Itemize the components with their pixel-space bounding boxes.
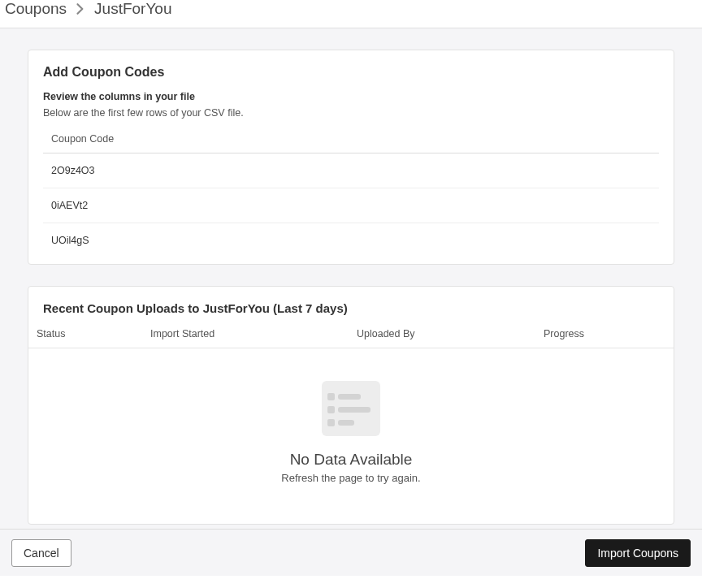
recent-uploads-card: Recent Coupon Uploads to JustForYou (Las… [28,286,674,525]
uploads-table-header: Status Import Started Uploaded By Progre… [28,328,674,348]
col-status: Status [37,328,150,339]
table-row: UOil4gS [43,223,659,264]
empty-state-description: Refresh the page to try again. [281,472,420,484]
table-row: 0iAEVt2 [43,188,659,223]
coupon-preview-table: Coupon Code 2O9z4O3 0iAEVt2 UOil4gS [28,128,674,264]
import-coupons-button[interactable]: Import Coupons [585,539,691,567]
svg-rect-2 [338,394,361,400]
recent-uploads-heading: Recent Coupon Uploads to JustForYou (Las… [28,301,674,328]
empty-state-title: No Data Available [290,451,413,469]
no-data-icon [319,381,383,436]
review-description: Below are the first few rows of your CSV… [28,107,674,128]
svg-rect-5 [327,419,335,426]
table-row: 2O9z4O3 [43,153,659,188]
svg-rect-3 [327,406,335,413]
cancel-button[interactable]: Cancel [11,539,72,567]
chevron-right-icon [76,3,84,15]
breadcrumb-current: JustForYou [94,0,171,18]
col-progress: Progress [544,328,665,339]
breadcrumb: Coupons JustForYou [5,0,697,18]
preview-column-header: Coupon Code [43,128,659,153]
empty-state: No Data Available Refresh the page to tr… [28,348,674,524]
footer-bar: Cancel Import Coupons [0,529,702,576]
svg-rect-6 [338,420,354,426]
col-import-started: Import Started [150,328,357,339]
svg-rect-1 [327,393,335,400]
add-coupon-codes-card: Add Coupon Codes Review the columns in y… [28,50,674,265]
col-uploaded-by: Uploaded By [357,328,544,339]
breadcrumb-parent[interactable]: Coupons [5,0,67,18]
card-heading: Add Coupon Codes [28,65,674,91]
review-subheading: Review the columns in your file [28,91,674,107]
main-content: Add Coupon Codes Review the columns in y… [0,28,702,529]
svg-rect-4 [338,407,370,413]
